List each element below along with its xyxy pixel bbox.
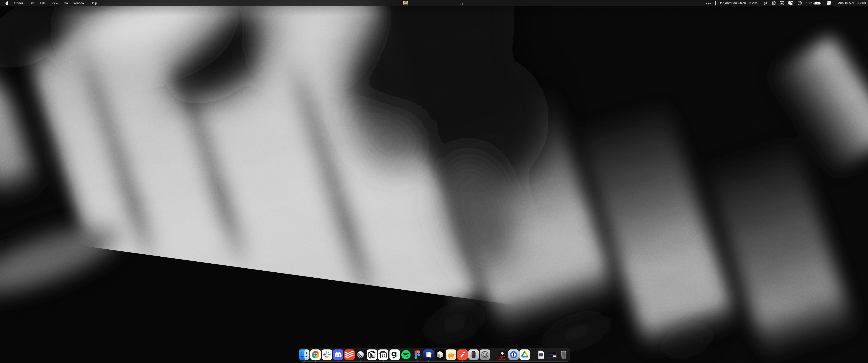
svg-text:10: 10 (382, 354, 385, 357)
svg-text:raycast: raycast (500, 356, 505, 358)
svg-text:11: 11 (554, 356, 555, 357)
